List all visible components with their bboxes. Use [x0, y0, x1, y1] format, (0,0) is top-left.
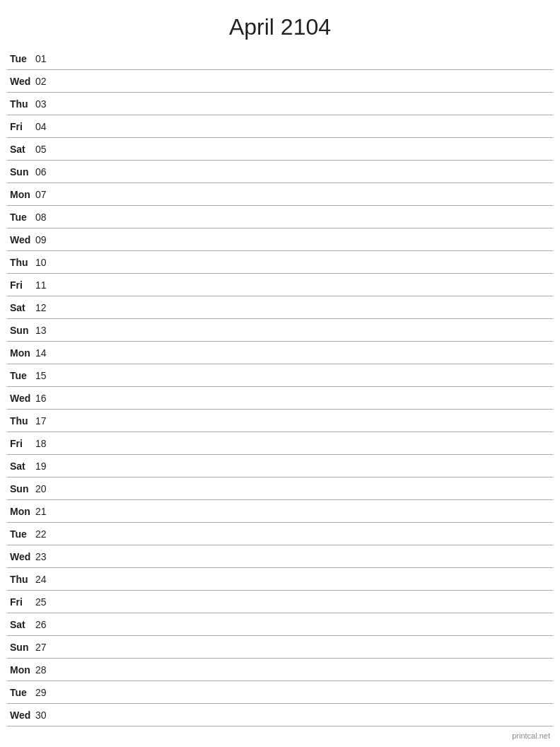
table-row: Thu03 [7, 93, 553, 115]
day-name: Thu [7, 574, 35, 585]
day-number: 29 [35, 687, 57, 698]
table-row: Sat26 [7, 613, 553, 636]
table-row: Sat12 [7, 296, 553, 319]
day-line [57, 556, 553, 557]
day-number: 07 [35, 189, 57, 200]
day-number: 14 [35, 347, 57, 359]
day-number: 03 [35, 98, 57, 110]
day-name: Fri [7, 121, 35, 132]
table-row: Wed23 [7, 545, 553, 568]
day-number: 26 [35, 619, 57, 630]
day-number: 11 [35, 279, 57, 291]
day-number: 10 [35, 257, 57, 268]
day-line [57, 171, 553, 172]
day-line [57, 488, 553, 489]
day-name: Wed [7, 393, 35, 404]
day-name: Sun [7, 483, 35, 494]
day-number: 01 [35, 53, 57, 64]
table-row: Thu17 [7, 410, 553, 432]
table-row: Fri11 [7, 274, 553, 296]
day-line [57, 420, 553, 421]
table-row: Fri18 [7, 432, 553, 455]
day-name: Wed [7, 551, 35, 562]
day-line [57, 398, 553, 398]
day-name: Mon [7, 189, 35, 200]
day-name: Sun [7, 642, 35, 653]
day-name: Tue [7, 53, 35, 64]
table-row: Fri04 [7, 115, 553, 138]
day-name: Tue [7, 212, 35, 223]
table-row: Mon28 [7, 659, 553, 681]
day-number: 23 [35, 551, 57, 562]
table-row: Sun06 [7, 161, 553, 183]
day-number: 27 [35, 642, 57, 653]
day-line [57, 692, 553, 693]
day-name: Sat [7, 302, 35, 313]
table-row: Thu24 [7, 568, 553, 591]
day-line [57, 375, 553, 376]
day-line [57, 81, 553, 81]
table-row: Tue01 [7, 47, 553, 70]
day-number: 18 [35, 438, 57, 449]
day-number: 24 [35, 574, 57, 585]
day-number: 05 [35, 144, 57, 155]
day-line [57, 330, 553, 330]
table-row: Tue15 [7, 364, 553, 387]
day-name: Fri [7, 596, 35, 608]
day-line [57, 511, 553, 511]
table-row: Tue29 [7, 681, 553, 704]
footer-text: printcal.net [512, 731, 550, 740]
day-line [57, 579, 553, 579]
day-number: 04 [35, 121, 57, 132]
day-number: 22 [35, 528, 57, 540]
table-row: Wed09 [7, 228, 553, 251]
day-number: 09 [35, 234, 57, 245]
day-number: 25 [35, 596, 57, 608]
day-line [57, 533, 553, 534]
day-line [57, 714, 553, 715]
day-line [57, 149, 553, 149]
day-name: Sun [7, 166, 35, 178]
table-row: Fri25 [7, 591, 553, 613]
day-number: 13 [35, 325, 57, 336]
day-line [57, 103, 553, 104]
table-row: Mon14 [7, 342, 553, 364]
day-name: Fri [7, 279, 35, 291]
day-number: 02 [35, 76, 57, 87]
day-line [57, 352, 553, 353]
day-number: 19 [35, 461, 57, 472]
day-number: 20 [35, 483, 57, 494]
table-row: Tue08 [7, 206, 553, 228]
table-row: Wed16 [7, 387, 553, 410]
table-row: Sun27 [7, 636, 553, 659]
day-line [57, 465, 553, 466]
day-name: Thu [7, 257, 35, 268]
day-name: Thu [7, 98, 35, 110]
day-number: 06 [35, 166, 57, 178]
day-number: 21 [35, 506, 57, 517]
day-name: Sat [7, 144, 35, 155]
day-line [57, 194, 553, 195]
day-line [57, 647, 553, 647]
table-row: Wed30 [7, 704, 553, 726]
day-line [57, 601, 553, 602]
day-name: Mon [7, 506, 35, 517]
day-name: Mon [7, 347, 35, 359]
day-line [57, 262, 553, 262]
day-number: 12 [35, 302, 57, 313]
day-line [57, 624, 553, 625]
day-name: Sat [7, 619, 35, 630]
day-number: 17 [35, 415, 57, 427]
day-number: 15 [35, 370, 57, 381]
day-name: Tue [7, 687, 35, 698]
day-number: 08 [35, 212, 57, 223]
day-line [57, 58, 553, 59]
table-row: Sun20 [7, 477, 553, 500]
calendar-grid: Tue01Wed02Thu03Fri04Sat05Sun06Mon07Tue08… [0, 47, 560, 726]
day-line [57, 239, 553, 240]
day-name: Sat [7, 461, 35, 472]
day-name: Wed [7, 234, 35, 245]
day-name: Wed [7, 710, 35, 721]
table-row: Mon07 [7, 183, 553, 206]
day-name: Mon [7, 664, 35, 676]
